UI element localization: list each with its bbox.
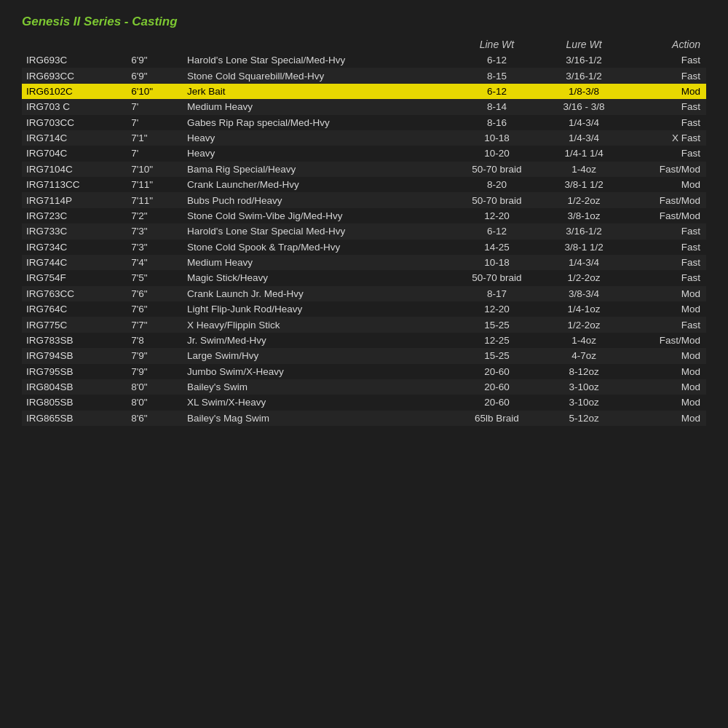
table-row: IRG794SB 7'9" Large Swim/Hvy 15-25 4-7oz… [22,348,706,363]
cell-action: Mod [624,411,706,426]
table-row: IRG763CC 7'6" Crank Launch Jr. Med-Hvy 8… [22,286,706,301]
cell-lure-wt: 1-4oz [544,162,625,177]
cell-model: IRG795SB [22,364,127,379]
cell-model: IRG733C [22,223,127,239]
cell-length: 8'6" [127,411,183,426]
cell-model: IRG805SB [22,395,127,410]
cell-model: IRG734C [22,240,127,255]
table-row: IRG783SB 7'8 Jr. Swim/Med-Hvy 12-25 1-4o… [22,333,706,348]
cell-lure-wt: 4-7oz [544,348,625,363]
table-row: IRG714C 7'1" Heavy 10-18 1/4-3/4 X Fast [22,130,706,146]
table-header-row: Line Wt Lure Wt Action [22,36,706,52]
cell-action: Fast/Mod [624,333,706,348]
cell-description: Crank Launcher/Med-Hvy [183,177,450,192]
cell-lure-wt: 1/2-2oz [544,317,625,332]
cell-line-wt: 8-15 [450,68,544,83]
cell-length: 7' [127,99,183,114]
cell-length: 7'9" [127,348,183,363]
cell-lure-wt: 1/4-3/4 [544,130,625,146]
cell-action: Mod [624,301,706,317]
cell-model: IRG7114P [22,192,127,207]
cell-lure-wt: 1/8-3/8 [544,84,625,99]
cell-length: 7' [127,146,183,161]
cell-lure-wt: 3/16-1/2 [544,223,625,239]
cell-action: Mod [624,379,706,395]
cell-description: Jr. Swim/Med-Hvy [183,333,450,348]
cell-lure-wt: 3/8-1oz [544,208,625,223]
cell-model: IRG775C [22,317,127,332]
cell-action: Fast [624,223,706,239]
cell-action: Mod [624,364,706,379]
cell-length: 7'10" [127,162,183,177]
cell-line-wt: 20-60 [450,379,544,395]
cell-description: X Heavy/Flippin Stick [183,317,450,332]
cell-lure-wt: 3-10oz [544,379,625,395]
cell-length: 6'10" [127,84,183,99]
table-body: IRG693C 6'9" Harold's Lone Star Special/… [22,52,706,426]
cell-model: IRG693CC [22,68,127,83]
cell-description: Medium Heavy [183,255,450,270]
cell-description: XL Swim/X-Heavy [183,395,450,410]
table-row: IRG7104C 7'10" Bama Rig Special/Heavy 50… [22,162,706,177]
cell-length: 6'9" [127,52,183,68]
cell-line-wt: 15-25 [450,348,544,363]
cell-line-wt: 50-70 braid [450,162,544,177]
cell-length: 7' [127,115,183,130]
cell-description: Large Swim/Hvy [183,348,450,363]
header-model [22,36,127,52]
cell-line-wt: 50-70 braid [450,270,544,285]
cell-model: IRG714C [22,130,127,146]
series-title: Genesis II Series - Casting [22,15,706,29]
cell-line-wt: 50-70 braid [450,192,544,207]
cell-lure-wt: 3/16-1/2 [544,52,625,68]
cell-action: Fast [624,317,706,332]
cell-line-wt: 10-20 [450,146,544,161]
cell-lure-wt: 1/4-1oz [544,301,625,317]
cell-description: Stone Cold Spook & Trap/Med-Hvy [183,240,450,255]
cell-model: IRG764C [22,301,127,317]
cell-action: Mod [624,395,706,410]
cell-description: Heavy [183,146,450,161]
cell-action: Fast [624,52,706,68]
cell-action: Fast [624,146,706,161]
cell-lure-wt: 1/4-3/4 [544,115,625,130]
cell-lure-wt: 1-4oz [544,333,625,348]
cell-model: IRG693C [22,52,127,68]
header-lure-wt: Lure Wt [544,36,625,52]
cell-action: Fast [624,255,706,270]
cell-lure-wt: 3/8-1 1/2 [544,240,625,255]
cell-description: Heavy [183,130,450,146]
cell-model: IRG703CC [22,115,127,130]
cell-model: IRG763CC [22,286,127,301]
cell-description: Crank Launch Jr. Med-Hvy [183,286,450,301]
cell-description: Light Flip-Junk Rod/Heavy [183,301,450,317]
cell-length: 7'2" [127,208,183,223]
cell-action: Mod [624,348,706,363]
cell-lure-wt: 8-12oz [544,364,625,379]
table-row: IRG865SB 8'6" Bailey's Mag Swim 65lb Bra… [22,411,706,426]
cell-length: 7'1" [127,130,183,146]
cell-line-wt: 65lb Braid [450,411,544,426]
cell-action: Fast [624,240,706,255]
cell-lure-wt: 3/8-1 1/2 [544,177,625,192]
cell-description: Jumbo Swim/X-Heavy [183,364,450,379]
cell-description: Harold's Lone Star Special Med-Hvy [183,223,450,239]
cell-line-wt: 20-60 [450,364,544,379]
table-row: IRG734C 7'3" Stone Cold Spook & Trap/Med… [22,240,706,255]
cell-line-wt: 8-16 [450,115,544,130]
header-action: Action [624,36,706,52]
cell-length: 7'6" [127,301,183,317]
cell-line-wt: 6-12 [450,223,544,239]
cell-action: Fast/Mod [624,208,706,223]
table-row: IRG703 C 7' Medium Heavy 8-14 3/16 - 3/8… [22,99,706,114]
main-container: Genesis II Series - Casting Line Wt Lure… [0,0,728,728]
cell-model: IRG7104C [22,162,127,177]
cell-model: IRG6102C [22,84,127,99]
table-row: IRG6102C 6'10" Jerk Bait 6-12 1/8-3/8 Mo… [22,84,706,99]
cell-model: IRG804SB [22,379,127,395]
cell-action: Fast [624,270,706,285]
cell-action: Fast [624,99,706,114]
cell-length: 7'9" [127,364,183,379]
cell-length: 7'3" [127,240,183,255]
cell-description: Magic Stick/Heavy [183,270,450,285]
